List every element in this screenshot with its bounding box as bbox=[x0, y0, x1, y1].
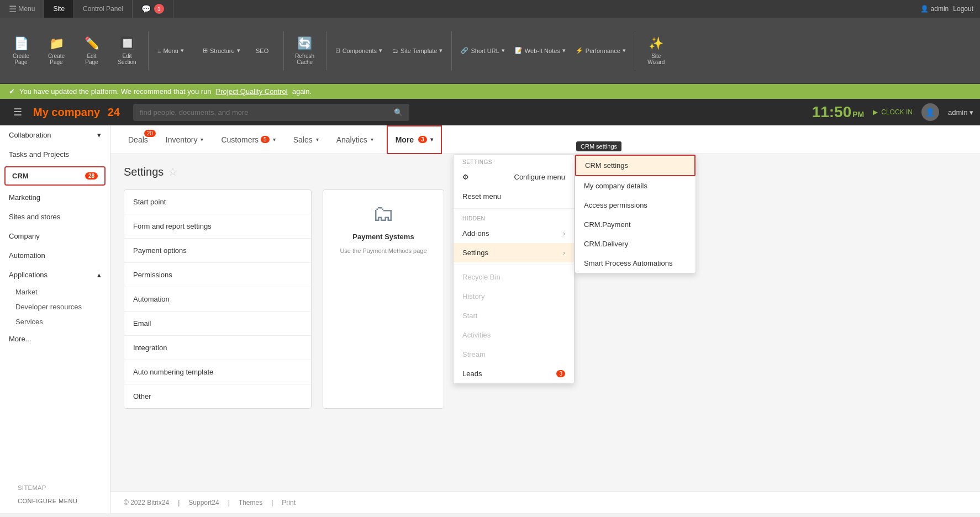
time-display: 11:50 PM bbox=[812, 103, 865, 121]
crm-delivery-item[interactable]: CRM.Delivery bbox=[575, 234, 696, 254]
company-details-label: My company details bbox=[584, 182, 647, 190]
support-link[interactable]: Support24 bbox=[188, 499, 219, 507]
access-permissions-item[interactable]: Access permissions bbox=[575, 196, 696, 215]
addons-item[interactable]: Add-ons › bbox=[454, 224, 574, 243]
edit-page-button[interactable]: ✏️ Edit Page bbox=[75, 33, 108, 68]
smart-process-item[interactable]: Smart Process Automations bbox=[575, 254, 696, 273]
short-url-dropdown[interactable]: 🔗Short URL▾ bbox=[456, 45, 509, 56]
configure-menu-item[interactable]: ⚙ Configure menu bbox=[454, 167, 574, 187]
create-page-button[interactable]: 📄 Create Page bbox=[4, 33, 38, 68]
sidebar-item-applications[interactable]: Applications ▴ bbox=[0, 265, 110, 284]
start-item[interactable]: Start bbox=[454, 306, 574, 325]
crm-payment-item[interactable]: CRM.Payment bbox=[575, 215, 696, 234]
structure-dropdown[interactable]: ⊞Structure▾ bbox=[198, 45, 245, 56]
more-tab-label: More bbox=[396, 135, 414, 144]
my-company-details-item[interactable]: My company details bbox=[575, 176, 696, 196]
menu-tab[interactable]: ☰ Menu bbox=[0, 0, 44, 18]
sidebar-item-marketing[interactable]: Marketing bbox=[0, 188, 110, 207]
crm-settings-tooltip: CRM settings bbox=[576, 141, 621, 151]
crm-payment-label: CRM.Payment bbox=[584, 220, 631, 229]
site-wizard-button[interactable]: ✨ Site Wizard bbox=[640, 33, 673, 68]
hamburger-icon[interactable]: ☰ bbox=[7, 106, 29, 118]
tab-analytics[interactable]: Analytics ▾ bbox=[328, 125, 382, 154]
components-dropdown[interactable]: ⊡Components▾ bbox=[331, 45, 387, 56]
recycle-bin-item[interactable]: Recycle Bin bbox=[454, 267, 574, 287]
notification-tab[interactable]: 💬 1 bbox=[133, 0, 173, 18]
settings-dropdown-label: Settings bbox=[462, 249, 488, 257]
settings-item-email[interactable]: Email bbox=[124, 312, 311, 336]
sidebar-item-collaboration[interactable]: Collaboration ▾ bbox=[0, 125, 110, 145]
site-tab[interactable]: Site bbox=[44, 0, 74, 18]
settings-dropdown-item[interactable]: Settings › bbox=[454, 243, 574, 262]
addons-label: Add-ons bbox=[462, 229, 489, 238]
tab-inventory[interactable]: Inventory ▾ bbox=[157, 125, 213, 154]
smart-process-label: Smart Process Automations bbox=[584, 259, 672, 267]
reset-menu-item[interactable]: Reset menu bbox=[454, 187, 574, 206]
performance-dropdown[interactable]: ⚡Performance▾ bbox=[571, 45, 630, 56]
automation-label: Automation bbox=[9, 251, 45, 260]
search-box[interactable]: 🔍 bbox=[133, 104, 409, 121]
sidebar-subitem-services[interactable]: Services bbox=[0, 314, 110, 329]
deals-badge: 20 bbox=[144, 130, 156, 137]
seo-button[interactable]: SEO bbox=[246, 44, 279, 57]
logout-label[interactable]: Logout bbox=[953, 5, 973, 13]
clock-in-button[interactable]: ▶ CLOCK IN bbox=[873, 108, 913, 116]
tab-customers[interactable]: Customers 5 ▾ bbox=[212, 125, 284, 154]
settings-item-other[interactable]: Other bbox=[124, 384, 311, 408]
site-template-dropdown[interactable]: 🗂Site Template▾ bbox=[388, 45, 447, 56]
ampm-text: PM bbox=[852, 110, 864, 119]
edit-section-label: Edit Section bbox=[118, 53, 136, 65]
tab-sales[interactable]: Sales ▾ bbox=[284, 125, 328, 154]
notification-bar: ✔ You have updated the platform. We reco… bbox=[0, 84, 980, 99]
more-chevron: ▾ bbox=[430, 136, 433, 143]
sidebar-item-automation[interactable]: Automation bbox=[0, 246, 110, 265]
settings-item-payment[interactable]: Payment options bbox=[124, 239, 311, 263]
history-item[interactable]: History bbox=[454, 287, 574, 306]
edit-section-button[interactable]: 🔲 Edit Section bbox=[110, 33, 144, 68]
sidebar-item-tasks[interactable]: Tasks and Projects bbox=[0, 145, 110, 164]
recycle-bin-label: Recycle Bin bbox=[462, 273, 500, 281]
dropdown-divider-1 bbox=[454, 208, 574, 209]
search-input[interactable] bbox=[140, 108, 389, 117]
sidebar-subitem-market[interactable]: Market bbox=[0, 284, 110, 299]
stream-item[interactable]: Stream bbox=[454, 345, 574, 364]
tab-deals[interactable]: Deals 20 bbox=[119, 125, 157, 154]
settings-item-permissions[interactable]: Permissions bbox=[124, 263, 311, 287]
leads-item[interactable]: Leads 3 bbox=[454, 364, 574, 383]
configure-menu-section[interactable]: CONFIGURE MENU bbox=[9, 493, 101, 507]
footer-separator-1: | bbox=[178, 499, 180, 507]
tab-more[interactable]: More 3 ▾ bbox=[387, 125, 442, 154]
crm-settings-item[interactable]: CRM settings CRM settings bbox=[575, 155, 696, 176]
payment-desc: Use the Payment Methods page bbox=[340, 247, 426, 254]
user-name-nav[interactable]: admin ▾ bbox=[948, 108, 973, 117]
project-quality-link[interactable]: Project Quality Control bbox=[216, 87, 288, 96]
sidebar-item-sites[interactable]: Sites and stores bbox=[0, 207, 110, 226]
activities-item[interactable]: Activities bbox=[454, 325, 574, 345]
star-icon[interactable]: ☆ bbox=[168, 165, 178, 178]
create-page2-button[interactable]: 📁 Create Page bbox=[40, 33, 73, 68]
settings-item-integration[interactable]: Integration bbox=[124, 336, 311, 360]
sidebar-item-crm[interactable]: CRM 28 bbox=[6, 167, 104, 184]
refresh-cache-button[interactable]: 🔄 Refresh Cache bbox=[288, 33, 322, 68]
menu-dropdown[interactable]: ≡Menu▾ bbox=[153, 45, 197, 56]
webit-notes-dropdown[interactable]: 📝Web-It Notes▾ bbox=[510, 45, 570, 56]
settings-title-text: Settings bbox=[124, 166, 164, 178]
print-link[interactable]: Print bbox=[282, 499, 296, 507]
check-icon: ✔ bbox=[9, 87, 15, 96]
sidebar-item-more[interactable]: More... bbox=[0, 329, 110, 349]
settings-item-formreport[interactable]: Form and report settings bbox=[124, 214, 311, 239]
tab-bar: ☰ Menu Site Control Panel 💬 1 👤 admin Lo… bbox=[0, 0, 980, 18]
settings-item-startpoint[interactable]: Start point bbox=[124, 190, 311, 214]
themes-link[interactable]: Themes bbox=[239, 499, 262, 507]
crm-settings-label: CRM settings bbox=[585, 161, 628, 170]
inventory-chevron: ▾ bbox=[201, 136, 203, 143]
control-panel-tab[interactable]: Control Panel bbox=[74, 0, 133, 18]
sidebar-subitem-developer[interactable]: Developer resources bbox=[0, 299, 110, 314]
sidebar-item-company[interactable]: Company bbox=[0, 226, 110, 246]
stream-label: Stream bbox=[462, 350, 486, 358]
separator-2 bbox=[283, 31, 284, 70]
settings-item-automation[interactable]: Automation bbox=[124, 287, 311, 312]
main-layout: Collaboration ▾ Tasks and Projects CRM 2… bbox=[0, 125, 980, 513]
settings-submenu: CRM settings CRM settings My company det… bbox=[575, 154, 696, 273]
settings-item-autonumber[interactable]: Auto numbering template bbox=[124, 360, 311, 384]
